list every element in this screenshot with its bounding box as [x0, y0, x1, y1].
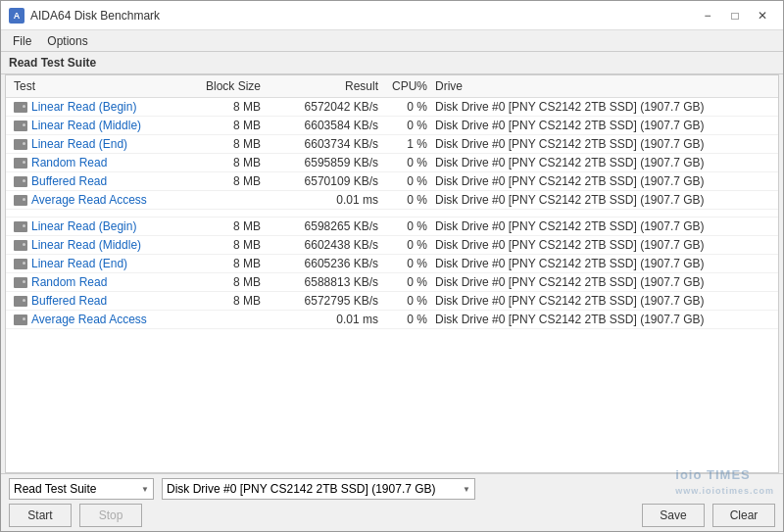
- table-row: Linear Read (End)8 MB6605236 KB/s0 %Disk…: [6, 255, 778, 273]
- table-row: Linear Read (Middle)8 MB6602438 KB/s0 %D…: [6, 236, 778, 255]
- test-name-cell: Linear Read (Middle): [10, 118, 186, 133]
- drive-cell: Disk Drive #0 [PNY CS2142 2TB SSD] (1907…: [431, 312, 774, 327]
- menu-bar: File Options: [1, 30, 783, 52]
- result-cell: 6572795 KB/s: [265, 293, 382, 309]
- table-header: Test Block Size Result CPU% Drive: [6, 75, 778, 98]
- col-test: Test: [10, 77, 186, 95]
- block-size-cell: 8 MB: [186, 218, 265, 234]
- test-name-cell: Random Read: [10, 274, 186, 290]
- drive-icon: [14, 259, 27, 269]
- app-icon: A: [9, 8, 24, 24]
- drive-icon: [14, 296, 27, 307]
- drive-icon: [14, 314, 27, 325]
- result-cell: 6572042 KB/s: [265, 99, 382, 115]
- drive-cell: Disk Drive #0 [PNY CS2142 2TB SSD] (1907…: [431, 155, 774, 170]
- disk-dropdown-label: Disk Drive #0 [PNY CS2142 2TB SSD] (1907…: [167, 482, 436, 496]
- start-button[interactable]: Start: [9, 504, 72, 527]
- block-size-cell: [186, 312, 265, 327]
- result-cell: 6603584 KB/s: [265, 118, 382, 133]
- drive-cell: Disk Drive #0 [PNY CS2142 2TB SSD] (1907…: [431, 218, 774, 234]
- menu-options[interactable]: Options: [39, 32, 95, 50]
- close-button[interactable]: ✕: [750, 6, 775, 25]
- test-name-cell: Linear Read (Begin): [10, 218, 186, 234]
- table-row: Buffered Read8 MB6572795 KB/s0 %Disk Dri…: [6, 292, 778, 311]
- suite-dropdown[interactable]: Read Test Suite ▼: [9, 478, 154, 500]
- menu-file[interactable]: File: [5, 32, 39, 50]
- col-drive: Drive: [431, 77, 774, 95]
- cpu-cell: 0 %: [382, 173, 431, 189]
- drive-cell: Disk Drive #0 [PNY CS2142 2TB SSD] (1907…: [431, 293, 774, 309]
- table-row: Linear Read (End)8 MB6603734 KB/s1 %Disk…: [6, 135, 778, 154]
- bottom-bar: Read Test Suite ▼ Disk Drive #0 [PNY CS2…: [1, 473, 783, 531]
- table-row: Random Read8 MB6595859 KB/s0 %Disk Drive…: [6, 154, 778, 172]
- result-cell: 6595859 KB/s: [265, 155, 382, 170]
- data-table-area: Test Block Size Result CPU% Drive Linear…: [5, 74, 779, 473]
- result-cell: 6598265 KB/s: [265, 218, 382, 234]
- cpu-cell: 0 %: [382, 237, 431, 253]
- test-name-cell: Average Read Access: [10, 192, 186, 208]
- col-result: Result: [265, 77, 382, 95]
- disk-dropdown[interactable]: Disk Drive #0 [PNY CS2142 2TB SSD] (1907…: [162, 478, 475, 500]
- result-cell: 0.01 ms: [265, 312, 382, 327]
- result-cell: 6602438 KB/s: [265, 237, 382, 253]
- block-size-cell: 8 MB: [186, 256, 265, 271]
- drive-icon: [14, 176, 27, 187]
- cpu-cell: 1 %: [382, 136, 431, 152]
- block-size-cell: 8 MB: [186, 173, 265, 189]
- drive-icon: [14, 195, 27, 206]
- table-row: Linear Read (Begin)8 MB6598265 KB/s0 %Di…: [6, 218, 778, 236]
- drive-cell: Disk Drive #0 [PNY CS2142 2TB SSD] (1907…: [431, 173, 774, 189]
- save-button[interactable]: Save: [642, 504, 705, 527]
- drive-icon: [14, 158, 27, 169]
- test-name-cell: Average Read Access: [10, 312, 186, 327]
- minimize-button[interactable]: −: [695, 6, 720, 25]
- drive-cell: Disk Drive #0 [PNY CS2142 2TB SSD] (1907…: [431, 118, 774, 133]
- drive-icon: [14, 121, 27, 131]
- table-row: Linear Read (Begin)8 MB6572042 KB/s0 %Di…: [6, 98, 778, 117]
- drive-icon: [14, 221, 27, 232]
- group-separator: [6, 210, 778, 218]
- cpu-cell: 0 %: [382, 256, 431, 271]
- maximize-button[interactable]: □: [722, 6, 748, 25]
- cpu-cell: 0 %: [382, 192, 431, 208]
- drive-icon: [14, 240, 27, 251]
- main-window: A AIDA64 Disk Benchmark − □ ✕ File Optio…: [0, 0, 784, 532]
- table-body: Linear Read (Begin)8 MB6572042 KB/s0 %Di…: [6, 98, 778, 471]
- block-size-cell: 8 MB: [186, 136, 265, 152]
- drive-cell: Disk Drive #0 [PNY CS2142 2TB SSD] (1907…: [431, 237, 774, 253]
- suite-dropdown-label: Read Test Suite: [14, 482, 97, 496]
- test-name-cell: Linear Read (Begin): [10, 99, 186, 115]
- col-blocksize: Block Size: [186, 77, 265, 95]
- drive-cell: Disk Drive #0 [PNY CS2142 2TB SSD] (1907…: [431, 274, 774, 290]
- cpu-cell: 0 %: [382, 218, 431, 234]
- result-cell: 6570109 KB/s: [265, 173, 382, 189]
- result-cell: 6605236 KB/s: [265, 256, 382, 271]
- block-size-cell: 8 MB: [186, 155, 265, 170]
- block-size-cell: 8 MB: [186, 118, 265, 133]
- table-row: Buffered Read8 MB6570109 KB/s0 %Disk Dri…: [6, 172, 778, 191]
- block-size-cell: [186, 192, 265, 208]
- table-row: Average Read Access0.01 ms0 %Disk Drive …: [6, 191, 778, 210]
- drive-icon: [14, 277, 27, 288]
- cpu-cell: 0 %: [382, 274, 431, 290]
- title-bar-left: A AIDA64 Disk Benchmark: [9, 8, 160, 24]
- block-size-cell: 8 MB: [186, 237, 265, 253]
- cpu-cell: 0 %: [382, 293, 431, 309]
- cpu-cell: 0 %: [382, 118, 431, 133]
- drive-cell: Disk Drive #0 [PNY CS2142 2TB SSD] (1907…: [431, 136, 774, 152]
- test-name-cell: Buffered Read: [10, 293, 186, 309]
- title-controls: − □ ✕: [695, 6, 775, 25]
- drive-cell: Disk Drive #0 [PNY CS2142 2TB SSD] (1907…: [431, 99, 774, 115]
- bottom-row-2: Start Stop Save Clear: [9, 504, 775, 527]
- test-name-cell: Buffered Read: [10, 173, 186, 189]
- clear-button[interactable]: Clear: [712, 504, 775, 527]
- table-row: Linear Read (Middle)8 MB6603584 KB/s0 %D…: [6, 117, 778, 135]
- block-size-cell: 8 MB: [186, 293, 265, 309]
- suite-dropdown-arrow: ▼: [141, 485, 149, 494]
- disk-dropdown-arrow: ▼: [463, 485, 470, 494]
- title-bar: A AIDA64 Disk Benchmark − □ ✕: [1, 1, 783, 30]
- table-row: Random Read8 MB6588813 KB/s0 %Disk Drive…: [6, 273, 778, 292]
- test-name-cell: Linear Read (End): [10, 136, 186, 152]
- test-name-cell: Random Read: [10, 155, 186, 170]
- stop-button[interactable]: Stop: [79, 504, 142, 527]
